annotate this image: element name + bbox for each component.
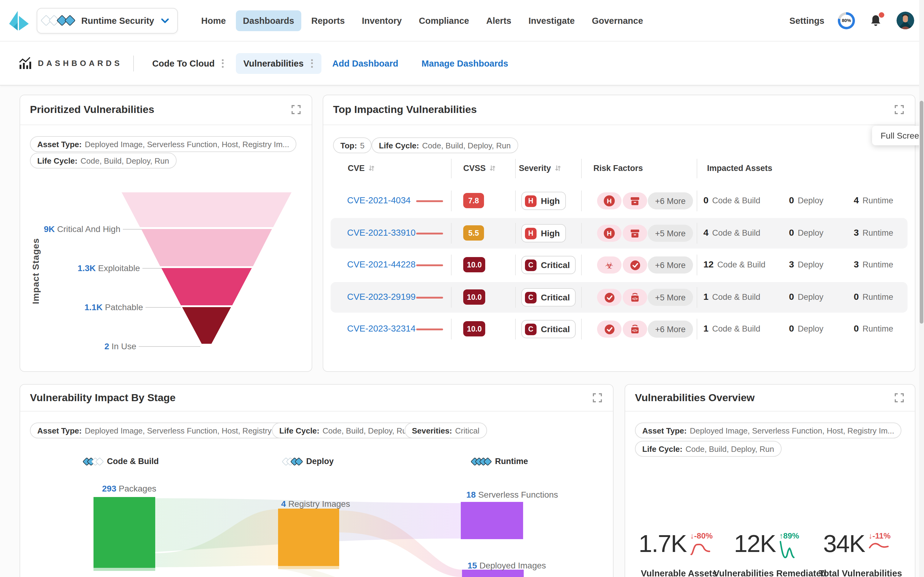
credit-usage-ring[interactable]: 80%	[838, 12, 855, 29]
risk-factor-high-severity-icon[interactable]: H	[597, 225, 622, 242]
risk-factors-more-badge[interactable]: +5 More	[648, 289, 693, 306]
sankey-node-label: 18 Serverless Functions	[466, 490, 558, 500]
stat-label: Vulnerabilities Remediated	[714, 569, 827, 577]
nav-item-inventory[interactable]: Inventory	[354, 10, 409, 31]
impacted-runtime: 4Runtime	[854, 195, 893, 205]
user-avatar[interactable]	[897, 11, 914, 29]
brand-logo-icon	[8, 10, 29, 31]
kebab-menu-icon[interactable]	[221, 58, 225, 69]
column-header-risk-factors[interactable]: Risk Factors	[593, 164, 643, 173]
column-header-cvss[interactable]: CVSS	[463, 164, 496, 173]
column-header-severity[interactable]: Severity	[519, 164, 561, 173]
settings-button[interactable]: Settings	[790, 16, 824, 25]
tab-code-to-cloud[interactable]: Code To Cloud	[145, 53, 232, 74]
severity-label: High	[541, 196, 560, 206]
nav-item-governance[interactable]: Governance	[585, 10, 651, 31]
card-title: Vulnerabilities Overview	[635, 392, 755, 404]
scrollbar-thumb[interactable]	[920, 101, 923, 324]
column-divider	[581, 159, 582, 178]
column-divider	[581, 190, 582, 211]
kebab-menu-icon[interactable]	[310, 58, 314, 69]
filter-chip-life-cycle[interactable]: Life Cycle: Code, Build, Deploy, Run	[635, 441, 782, 457]
chip-label: Top:	[340, 141, 357, 150]
table-row[interactable]: CVE-2021-33910 5.5 H High H +5 More 4Cod…	[331, 218, 908, 248]
expand-icon[interactable]	[895, 105, 904, 114]
sankey-chart[interactable]	[20, 385, 613, 577]
add-dashboard-button[interactable]: Add Dashboard	[333, 58, 399, 68]
cvss-badge: 5.5	[463, 225, 484, 240]
risk-factor-package-code-icon[interactable]: </>	[623, 321, 647, 338]
nav-item-reports[interactable]: Reports	[304, 10, 352, 31]
column-divider	[581, 287, 582, 308]
stat-sparkline	[868, 540, 889, 553]
chip-value: Code, Build, Deploy, Run	[422, 141, 511, 150]
nav-item-compliance[interactable]: Compliance	[412, 10, 477, 31]
severity-badge: C Critical	[521, 256, 576, 274]
cve-link[interactable]: CVE-2023-29199	[347, 292, 415, 301]
trend-sparkline	[416, 200, 443, 202]
dashboards-section-label: DASHBOARDS	[38, 59, 122, 68]
filter-chip-top[interactable]: Top: 5	[333, 137, 372, 153]
table-row[interactable]: CVE-2023-29199 10.0 C Critical </> +5 Mo…	[331, 282, 908, 313]
expand-icon[interactable]	[895, 393, 904, 402]
nav-item-investigate[interactable]: Investigate	[521, 10, 582, 31]
risk-factor-check-icon[interactable]	[597, 321, 622, 338]
column-divider	[581, 223, 582, 243]
column-divider	[515, 190, 516, 211]
severity-badge: C Critical	[521, 288, 576, 306]
funnel-stage-label: 1.1K Patchable	[85, 302, 143, 312]
sort-icon	[368, 164, 375, 172]
sankey-node-deployed-images	[462, 570, 524, 577]
risk-factors-more-badge[interactable]: +6 More	[648, 256, 693, 274]
notifications-button[interactable]	[868, 13, 883, 28]
table-row[interactable]: CVE-2023-32314 10.0 C Critical </> +6 Mo…	[331, 314, 908, 344]
risk-factor-archive-icon[interactable]	[623, 225, 647, 242]
severity-letter: C	[525, 292, 536, 303]
column-header-impacted-assets[interactable]: Impacted Assets	[707, 164, 772, 173]
filter-chip-asset-type[interactable]: Asset Type: Deployed Image, Serverless F…	[635, 422, 902, 438]
risk-factor-biohazard-icon[interactable]: ☣	[597, 256, 622, 274]
cve-link[interactable]: CVE-2023-32314	[347, 324, 415, 334]
nav-item-alerts[interactable]: Alerts	[479, 10, 519, 31]
risk-factor-high-severity-icon[interactable]: H	[597, 192, 622, 210]
sankey-node-registry-images	[278, 509, 339, 566]
impacted-code-build: 1Code & Build	[703, 323, 760, 334]
trend-sparkline	[416, 297, 443, 298]
dashboards-section: DASHBOARDS	[18, 56, 122, 70]
manage-dashboards-button[interactable]: Manage Dashboards	[422, 58, 508, 68]
stat-delta: ↑89%	[779, 531, 799, 540]
risk-factors-more-badge[interactable]: +5 More	[648, 225, 693, 242]
risk-factor-archive-icon[interactable]	[623, 192, 647, 210]
notification-badge	[879, 12, 884, 18]
cve-link[interactable]: CVE-2021-44228	[347, 259, 415, 269]
nav-item-home[interactable]: Home	[194, 10, 233, 31]
divider	[323, 124, 915, 125]
chip-label: Life Cycle:	[379, 141, 419, 150]
risk-factor-check-icon[interactable]	[597, 289, 622, 306]
table-row[interactable]: CVE-2021-44228 10.0 C Critical ☣ +6 More…	[331, 250, 908, 280]
tab-label: Code To Cloud	[152, 58, 215, 68]
trend-sparkline	[416, 233, 443, 234]
impacted-runtime: 3Runtime	[854, 227, 893, 237]
impacted-code-build: 4Code & Build	[703, 227, 760, 237]
nav-item-dashboards[interactable]: Dashboards	[236, 10, 302, 31]
stat-sparkline	[779, 540, 798, 560]
risk-factor-package-code-icon[interactable]: </>	[623, 289, 647, 306]
column-divider	[515, 287, 516, 308]
filter-chip-life-cycle[interactable]: Life Cycle: Code, Build, Deploy, Run	[372, 137, 518, 153]
table-row[interactable]: CVE-2021-4034 7.8 H High H +6 More 0Code…	[331, 185, 908, 216]
risk-factor-check-icon[interactable]	[623, 256, 647, 274]
diamond-icon	[65, 15, 76, 26]
product-switcher[interactable]: Runtime Security	[37, 8, 178, 33]
main-nav: Home Dashboards Reports Inventory Compli…	[194, 10, 651, 31]
risk-factors-more-badge[interactable]: +6 More	[648, 321, 693, 338]
page-scrollbar[interactable]	[919, 0, 924, 577]
column-header-cve[interactable]: CVE	[348, 164, 375, 173]
cve-link[interactable]: CVE-2021-33910	[347, 228, 415, 237]
cve-link[interactable]: CVE-2021-4034	[347, 195, 411, 205]
column-divider	[697, 223, 697, 243]
risk-factors-more-badge[interactable]: +6 More	[648, 192, 693, 210]
impacted-code-build: 1Code & Build	[703, 291, 760, 301]
severity-label: Critical	[541, 260, 570, 270]
tab-vulnerabilities[interactable]: Vulnerabilities	[236, 53, 321, 74]
